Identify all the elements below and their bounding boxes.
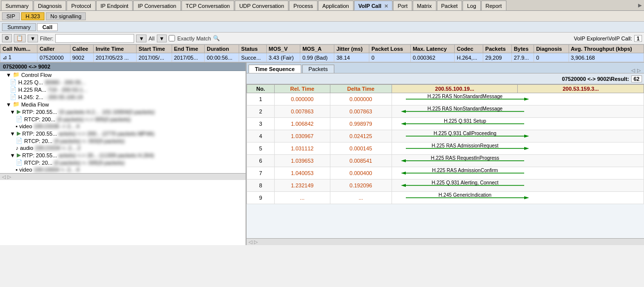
ts-table-container[interactable]: No. Rel. Time Delta Time 200.55.100.19..… — [247, 84, 644, 238]
toolbar-btn-2[interactable]: 📋 — [14, 34, 26, 42]
col-start-time[interactable]: Start Time — [137, 45, 172, 53]
col-end-time[interactable]: End Time — [172, 45, 205, 53]
file-icon: 📄 — [10, 94, 17, 100]
cell-diagnosis: 0 — [534, 53, 569, 62]
all-dropdown[interactable]: ▼ — [157, 35, 167, 42]
col-avg-throughput[interactable]: Avg. Throughput (kbps) — [569, 45, 644, 53]
right-panel-scrollbar[interactable]: ◁ ▷ — [247, 238, 644, 245]
col-packets[interactable]: Packets — [483, 45, 512, 53]
col-rel-time[interactable]: Rel. Time — [275, 85, 330, 93]
col-codec[interactable]: Codec — [455, 45, 483, 53]
col-mos-v[interactable]: MOS_V — [266, 45, 300, 53]
col-jitter[interactable]: Jitter (ms) — [334, 45, 369, 53]
tree-item-h225-ra[interactable]: 📄 H.225 RA... 719 - 200.53.1... — [0, 86, 246, 93]
tree-item-audio[interactable]: ♪ audio 199:23334 <- 2... 2 — [0, 144, 246, 151]
col-callee[interactable]: Callee — [70, 45, 93, 53]
folder-icon: 📁 — [13, 72, 20, 78]
tree-item-video2[interactable]: ▪ video 199:10004 <- 2... 4 — [0, 166, 246, 173]
tab-tcp-conversation[interactable]: TCP Conversation — [181, 0, 235, 10]
call-table-container: Call Num... Caller Callee Invite Time St… — [0, 44, 644, 63]
tree-item-video1[interactable]: ▪ video 199:23336 -> 2... 4 — [0, 123, 246, 130]
col-duration[interactable]: Duration — [205, 45, 239, 53]
tab-summary[interactable]: Summary — [1, 0, 33, 10]
ts-cell-delta-time: 0.000400 — [330, 167, 392, 179]
tab-udp-conversation[interactable]: UDP Conversation — [235, 0, 288, 10]
tab-ip-conversation[interactable]: IP Conversation — [133, 0, 180, 10]
col-caller[interactable]: Caller — [37, 45, 70, 53]
tab-protocol[interactable]: Protocol — [67, 0, 95, 10]
col-status[interactable]: Status — [239, 45, 267, 53]
ts-row[interactable]: 61.0396530.008541H.225 RAS RequestInProg… — [247, 155, 644, 167]
table-row[interactable]: ⊿ 1 07520000 9002 2017/05/23 ... 2017/05… — [0, 53, 644, 62]
tab-packet[interactable]: Packet — [437, 0, 463, 10]
video-icon: ▪ — [16, 123, 18, 129]
tree-item-h225-q[interactable]: 📄 H.225 Q... 30065 - 200.55... — [0, 78, 246, 86]
svg-text:H.225 Q.931 Alerting, Connect: H.225 Q.931 Alerting, Connect — [431, 180, 499, 185]
ts-cell-arrow: H.225 Q.931 CallProceeding — [392, 130, 644, 143]
tree-item-rtp2[interactable]: ▼ ▶ RTP: 200.55... ackets) <-> 200... (2… — [0, 130, 246, 137]
tab-time-sequence[interactable]: Time Sequence — [249, 65, 301, 73]
tab-port[interactable]: Port — [393, 0, 412, 10]
ts-row[interactable]: 81.2321490.192096H.225 Q.931 Alerting, C… — [247, 179, 644, 192]
svg-text:H.225 Q.931 Setup: H.225 Q.931 Setup — [444, 119, 486, 124]
filter-input[interactable] — [55, 34, 134, 43]
file-icon: 📄 — [10, 79, 17, 85]
tree-item-control-flow[interactable]: ▼ 📁 Control Flow — [0, 71, 246, 78]
col-bytes[interactable]: Bytes — [511, 45, 534, 53]
tree-label: Control Flow — [21, 72, 52, 78]
col-max-latency[interactable]: Max. Latency — [410, 45, 454, 53]
tab-matrix[interactable]: Matrix — [413, 0, 436, 10]
tab-application[interactable]: Application — [318, 0, 354, 10]
sub-tab-h323[interactable]: H.323 — [21, 12, 44, 20]
tree-label: RTCP: 20... — [24, 138, 52, 144]
right-arrow-left[interactable]: ◁ — [631, 68, 635, 73]
tree-label: RTP: 200.55... — [22, 131, 57, 137]
ts-cell-delta-time: ... — [330, 192, 392, 204]
ts-row[interactable]: 41.0309670.024125H.225 Q.931 CallProceed… — [247, 130, 644, 143]
tree-item-rtcp2[interactable]: 📄 RTCP: 20... (9 packets) <- 003(9 packe… — [0, 137, 246, 144]
ts-row[interactable]: 10.0000000.000000H.225 RAS NonStandardMe… — [247, 93, 644, 106]
filter-dropdown[interactable]: ▼ — [136, 35, 146, 42]
svg-text:H.225 RAS NonStandardMessage: H.225 RAS NonStandardMessage — [428, 94, 503, 99]
col-callnum[interactable]: Call Num... — [0, 45, 37, 53]
toolbar-btn-1[interactable]: ⚙ — [2, 34, 12, 42]
tree-item-h245[interactable]: 📄 H.245: 2... - 200.55.100.19 — [0, 93, 246, 101]
view-tab-summary[interactable]: Summary — [2, 23, 36, 31]
col-ip1[interactable]: 200.55.100.19... — [392, 85, 518, 93]
col-diagnosis[interactable]: Diagnosis — [534, 45, 569, 53]
tab-log[interactable]: Log — [463, 0, 480, 10]
ts-row[interactable]: 31.0068420.998979H.225 Q.931 Setup — [247, 118, 644, 130]
col-delta-time[interactable]: Delta Time — [330, 85, 392, 93]
exactly-match-checkbox[interactable] — [169, 35, 175, 41]
left-panel-scrollbar[interactable]: ◁ ▷ — [0, 173, 246, 180]
ts-row[interactable]: 71.0400530.000400H.225 RAS AdmissionConf… — [247, 167, 644, 179]
right-arrow-right[interactable]: ▷ — [637, 68, 641, 73]
toolbar-dropdown[interactable]: ▼ — [28, 35, 38, 42]
col-ip2[interactable]: 200.53.159.3... — [518, 85, 644, 93]
tab-report[interactable]: Report — [481, 0, 506, 10]
tab-process[interactable]: Process — [289, 0, 318, 10]
tree-item-rtcp3[interactable]: 📄 RTCP: 20... (0 packets) <- 005(9 packe… — [0, 159, 246, 166]
tree-item-rtp3[interactable]: ▼ ▶ RTP: 200.55... ackets) <-> 20... (11… — [0, 151, 246, 159]
sub-tab-no-signalling[interactable]: No signalling — [46, 12, 86, 20]
col-mos-a[interactable]: MOS_A — [300, 45, 334, 53]
ts-row[interactable]: 20.0078630.007863H.225 RAS NonStandardMe… — [247, 106, 644, 118]
tab-voip-call[interactable]: VoIP Call ✕ — [354, 0, 393, 10]
tab-ip-endpoint[interactable]: IP Endpoint — [96, 0, 133, 10]
col-no[interactable]: No. — [247, 85, 275, 93]
sub-tab-sip[interactable]: SIP — [2, 12, 20, 20]
tree-item-media-flow[interactable]: ▼ 📁 Media Flow — [0, 101, 246, 108]
ts-row[interactable]: 51.0311120.000145H.225 RAS AdmissionRequ… — [247, 143, 644, 155]
search-icon[interactable]: 🔍 — [213, 35, 220, 41]
ts-row[interactable]: 9......H.245 GenericIndication — [247, 192, 644, 204]
col-packet-loss[interactable]: Packet Loss — [369, 45, 411, 53]
tree-item-rtcp1[interactable]: 📄 RTCP: 200... (9 packets) <-> 005(0 pac… — [0, 115, 246, 123]
tab-packets[interactable]: Packets — [302, 65, 334, 73]
col-invite-time[interactable]: Invite Time — [93, 45, 136, 53]
tree-item-rtp1[interactable]: ▼ ▶ RTP: 200.55... 15 packets H.2... .10… — [0, 108, 246, 115]
view-tab-call[interactable]: Call — [37, 23, 58, 31]
tab-scroll-right[interactable]: ▶ — [636, 2, 644, 8]
tree-label: Media Flow — [21, 102, 49, 108]
voip-call-close-icon[interactable]: ✕ — [384, 3, 388, 9]
tab-diagnosis[interactable]: Diagnosis — [34, 0, 66, 10]
